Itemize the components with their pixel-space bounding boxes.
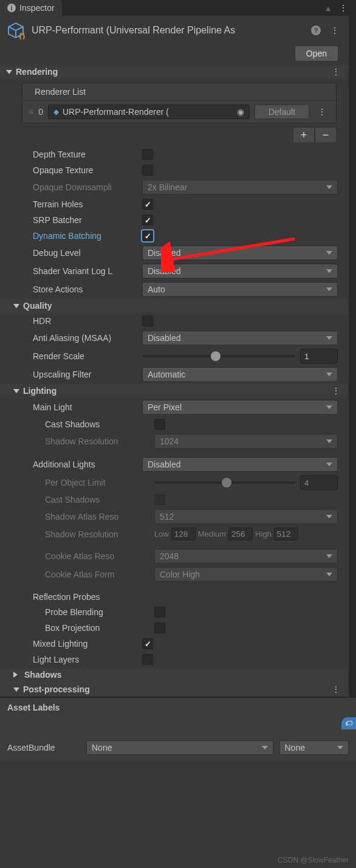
foldout-icon — [6, 70, 12, 74]
lock-icon[interactable]: ⟁ — [326, 3, 330, 13]
cast-shadows2-label: Cast Shadows — [45, 495, 154, 505]
chevron-down-icon — [326, 251, 332, 255]
per-object-limit-label: Per Object Limit — [45, 478, 154, 487]
low-input — [171, 528, 196, 540]
foldout-icon — [13, 304, 19, 308]
renderer-list-item: ≡ 0 ◆ URP-Performant-Renderer ( ◉ Defaul… — [22, 101, 336, 123]
tag-icon[interactable]: 🏷 — [341, 717, 356, 729]
object-picker-icon[interactable]: ◉ — [237, 107, 244, 117]
open-button[interactable]: Open — [295, 46, 338, 61]
high-input — [274, 528, 298, 540]
additional-lights-dropdown[interactable]: Disabled — [142, 457, 338, 472]
asset-header: {} URP-Performant (Universal Render Pipe… — [0, 16, 349, 45]
asset-labels-heading: Asset Labels — [0, 697, 356, 717]
render-scale-label: Render Scale — [33, 351, 142, 361]
opaque-texture-checkbox[interactable] — [142, 165, 153, 176]
light-layers-checkbox[interactable] — [142, 654, 153, 665]
chevron-down-icon — [326, 573, 332, 576]
asset-icon: {} — [6, 21, 26, 40]
lighting-menu-icon[interactable]: ⋮ — [328, 386, 344, 396]
shader-variant-dropdown[interactable]: Disabled — [142, 264, 338, 278]
asset-menu-icon[interactable]: ⋮ — [327, 26, 343, 35]
shader-variant-label: Shader Variant Log L — [33, 266, 142, 276]
cube-icon: ◆ — [53, 108, 59, 116]
postproc-menu-icon[interactable]: ⋮ — [328, 684, 344, 694]
asset-bundle-label: AssetBundle — [7, 743, 80, 753]
main-light-label: Main Light — [33, 402, 142, 412]
store-actions-label: Store Actions — [33, 284, 142, 294]
renderer-item-menu-icon[interactable]: ⋮ — [314, 107, 330, 117]
chevron-down-icon — [326, 463, 332, 466]
upscaling-dropdown[interactable]: Automatic — [142, 367, 338, 382]
main-light-dropdown[interactable]: Per Pixel — [142, 400, 338, 415]
chevron-down-icon — [262, 746, 268, 749]
mixed-lighting-checkbox[interactable] — [142, 638, 153, 649]
hdr-label: HDR — [33, 316, 142, 326]
quality-header[interactable]: Quality — [0, 298, 349, 313]
render-scale-slider[interactable] — [142, 355, 295, 357]
rendering-header[interactable]: Rendering ⋮ — [0, 64, 349, 79]
depth-texture-checkbox[interactable] — [142, 149, 153, 160]
chevron-down-icon — [326, 336, 332, 340]
hdr-checkbox[interactable] — [142, 315, 153, 326]
chevron-down-icon — [326, 405, 332, 409]
asset-title: URP-Performant (Universal Render Pipelin… — [32, 25, 305, 36]
terrain-holes-checkbox[interactable] — [142, 199, 153, 210]
rendering-menu-icon[interactable]: ⋮ — [328, 67, 344, 77]
renderer-name: URP-Performant-Renderer ( — [63, 107, 169, 117]
renderer-index: 0 — [38, 107, 43, 117]
lighting-title: Lighting — [23, 386, 328, 396]
debug-level-dropdown[interactable]: Disabled — [142, 246, 338, 260]
reflection-probes-heading: Reflection Probes — [0, 588, 349, 604]
per-object-limit-slider — [154, 481, 295, 484]
drag-handle-icon[interactable]: ≡ — [29, 107, 33, 117]
asset-bundle-dropdown[interactable]: None — [86, 740, 273, 755]
chevron-down-icon — [326, 288, 332, 291]
msaa-dropdown[interactable]: Disabled — [142, 331, 338, 345]
shadow-atlas-dropdown: 512 — [154, 509, 338, 524]
depth-texture-label: Depth Texture — [33, 150, 142, 159]
foldout-icon — [13, 672, 21, 678]
inspector-tab[interactable]: i Inspector — [0, 0, 62, 16]
cast-shadows-checkbox[interactable] — [154, 419, 165, 430]
probe-blending-checkbox[interactable] — [154, 607, 165, 618]
tab-menu-icon[interactable]: ⋮ — [335, 3, 351, 13]
box-projection-checkbox[interactable] — [154, 622, 165, 633]
chevron-down-icon — [326, 515, 332, 518]
shadow-res-tiers: Low Medium High — [154, 528, 338, 540]
renderer-object-field[interactable]: ◆ URP-Performant-Renderer ( ◉ — [48, 105, 250, 119]
cookie-atlas-fmt-label: Cookie Atlas Form — [45, 570, 154, 579]
remove-renderer-button[interactable]: − — [315, 127, 337, 143]
chevron-down-icon — [326, 185, 332, 189]
shadow-atlas-label: Shadow Atlas Reso — [45, 512, 154, 522]
box-projection-label: Box Projection — [45, 623, 154, 633]
cast-shadows2-checkbox — [154, 494, 165, 505]
shadows-title: Shadows — [24, 670, 344, 680]
watermark: CSDN @SlowFeather — [278, 856, 349, 864]
asset-bundle-variant-dropdown[interactable]: None — [279, 740, 349, 755]
chevron-down-icon — [326, 373, 332, 376]
additional-lights-label: Additional Lights — [33, 460, 142, 469]
foldout-icon — [13, 389, 19, 393]
default-button[interactable]: Default — [255, 105, 309, 119]
chevron-down-icon — [326, 439, 332, 443]
slider-thumb[interactable] — [211, 351, 221, 361]
store-actions-dropdown[interactable]: Auto — [142, 282, 338, 297]
opaque-downsampling-label: Opaque Downsampli — [33, 182, 142, 192]
render-scale-input[interactable] — [300, 349, 338, 363]
msaa-label: Anti Aliasing (MSAA) — [33, 333, 142, 343]
chevron-down-icon — [337, 746, 343, 749]
lighting-header[interactable]: Lighting ⋮ — [0, 384, 349, 398]
srp-batcher-checkbox[interactable] — [142, 215, 153, 226]
medium-input — [228, 528, 253, 540]
rendering-title: Rendering — [16, 67, 328, 77]
asset-bundle-row: AssetBundle None None — [0, 734, 356, 761]
shadows-header[interactable]: Shadows — [0, 667, 349, 682]
help-icon[interactable]: ? — [311, 26, 321, 35]
add-renderer-button[interactable]: + — [293, 127, 315, 143]
slider-thumb — [222, 478, 231, 487]
cookie-atlas-fmt-dropdown: Color High — [154, 567, 338, 582]
postproc-header[interactable]: Post-processing ⋮ — [0, 682, 349, 697]
opaque-downsampling-dropdown: 2x Bilinear — [142, 180, 338, 195]
dynamic-batching-checkbox[interactable] — [142, 230, 153, 241]
